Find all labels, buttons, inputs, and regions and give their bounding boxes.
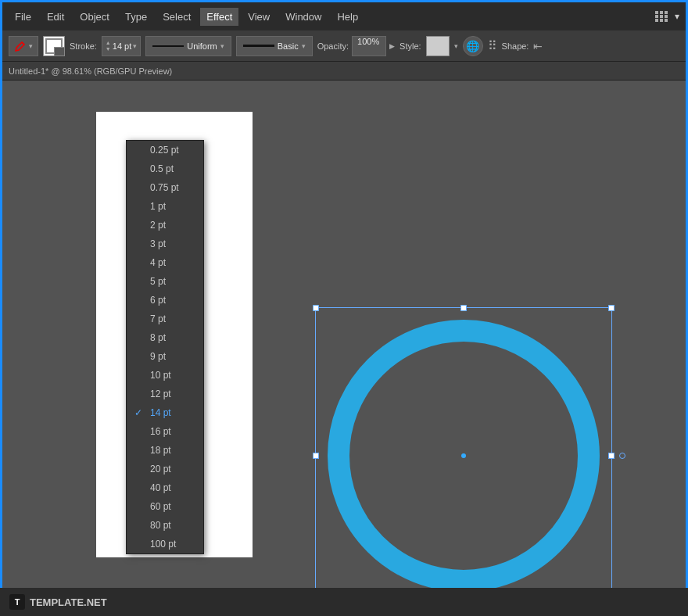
opacity-value[interactable]: 100% xyxy=(352,36,386,56)
dropdown-item-10[interactable]: 10 pt xyxy=(127,366,203,385)
stroke-dropdown-arrow[interactable]: ▾ xyxy=(133,42,137,50)
basic-label: Basic xyxy=(278,41,299,51)
dropdown-item-16[interactable]: 16 pt xyxy=(127,422,203,441)
brand-name: TEMPLATE.NET xyxy=(30,596,107,608)
style-label: Style: xyxy=(400,41,421,51)
dropdown-item-0.25[interactable]: 0.25 pt xyxy=(127,141,203,159)
center-dot xyxy=(461,453,466,458)
toolbar: ▾ Stroke: ▲ ▼ 14 pt ▾ Uniform ▾ Basic ▾ … xyxy=(2,30,686,62)
stroke-size-dropdown: 0.25 pt 0.5 pt 0.75 pt 1 pt 2 pt 3 pt 4 … xyxy=(126,140,204,554)
menu-effect[interactable]: Effect xyxy=(200,8,238,26)
handle-circle-right[interactable] xyxy=(619,453,625,459)
opacity-field: Opacity: 100% ▶ xyxy=(317,36,395,56)
template-logo: T TEMPLATE.NET xyxy=(9,594,107,610)
dropdown-item-6[interactable]: 6 pt xyxy=(127,291,203,310)
dropdown-item-0.5[interactable]: 0.5 pt xyxy=(127,159,203,178)
dropdown-item-1[interactable]: 1 pt xyxy=(127,197,203,216)
dropdown-item-20[interactable]: 20 pt xyxy=(127,460,203,478)
opacity-label: Opacity: xyxy=(317,41,349,51)
line-preview-thick xyxy=(243,45,274,47)
uniform-label: Uniform xyxy=(187,41,217,51)
arrange-dots-icon[interactable]: ⠿ xyxy=(488,38,497,53)
stroke-size-value: 14 pt xyxy=(113,41,131,51)
handle-top-center[interactable] xyxy=(460,305,467,311)
handle-middle-right[interactable] xyxy=(608,453,615,459)
dropdown-item-14[interactable]: 14 pt xyxy=(127,403,203,422)
pen-tool-button[interactable]: ▾ xyxy=(9,36,38,56)
dropdown-item-100[interactable]: 100 pt xyxy=(127,535,203,553)
dropdown-item-8[interactable]: 8 pt xyxy=(127,328,203,347)
chevron-down-icon: ▾ xyxy=(675,11,679,22)
dropdown-item-60[interactable]: 60 pt xyxy=(127,497,203,516)
dropdown-item-7[interactable]: 7 pt xyxy=(127,310,203,328)
status-bar: Untitled-1* @ 98.61% (RGB/GPU Preview) xyxy=(2,62,686,81)
dropdown-item-12[interactable]: 12 pt xyxy=(127,385,203,403)
handle-top-right[interactable] xyxy=(608,305,615,311)
svg-line-1 xyxy=(22,42,24,45)
dropdown-item-18[interactable]: 18 pt xyxy=(127,441,203,460)
uniform-arrow: ▾ xyxy=(220,42,224,50)
bottom-bar: T TEMPLATE.NET xyxy=(0,588,688,616)
menu-select[interactable]: Select xyxy=(156,8,197,26)
stroke-down-arrow[interactable]: ▼ xyxy=(106,46,111,52)
pen-icon xyxy=(14,40,27,52)
menu-view[interactable]: View xyxy=(242,8,276,26)
style-swatch[interactable] xyxy=(426,36,450,56)
menu-edit[interactable]: Edit xyxy=(41,8,70,26)
stroke-size-field[interactable]: ▲ ▼ 14 pt ▾ xyxy=(102,36,141,56)
menu-type[interactable]: Type xyxy=(119,8,153,26)
document-status: Untitled-1* @ 98.61% (RGB/GPU Preview) xyxy=(9,66,172,76)
logo-icon: T xyxy=(9,594,25,610)
basic-arrow: ▾ xyxy=(302,42,306,50)
uniform-dropdown[interactable]: Uniform ▾ xyxy=(145,36,231,56)
dropdown-item-40[interactable]: 40 pt xyxy=(127,478,203,497)
selection-box xyxy=(315,307,612,590)
stroke-size-arrows[interactable]: ▲ ▼ xyxy=(106,40,111,52)
dropdown-item-4[interactable]: 4 pt xyxy=(127,253,203,272)
circle-container xyxy=(315,307,612,590)
workspace-grid-icon xyxy=(655,11,668,22)
dropdown-item-5[interactable]: 5 pt xyxy=(127,272,203,291)
handle-middle-left[interactable] xyxy=(313,453,319,459)
basic-dropdown[interactable]: Basic ▾ xyxy=(236,36,313,56)
workspace-switcher[interactable]: ▾ xyxy=(655,11,679,22)
menu-bar: File Edit Object Type Select Effect View… xyxy=(2,2,686,30)
opacity-arrow[interactable]: ▶ xyxy=(389,42,395,50)
fill-swatch[interactable] xyxy=(43,36,65,56)
menu-help[interactable]: Help xyxy=(331,8,364,26)
globe-button[interactable]: 🌐 xyxy=(463,36,483,56)
canvas-area: 0.25 pt 0.5 pt 0.75 pt 1 pt 2 pt 3 pt 4 … xyxy=(2,81,686,590)
line-preview xyxy=(152,45,184,47)
dropdown-item-9[interactable]: 9 pt xyxy=(127,347,203,366)
shape-label: Shape: xyxy=(502,41,529,51)
menu-object[interactable]: Object xyxy=(73,8,116,26)
main-area: 0.25 pt 0.5 pt 0.75 pt 1 pt 2 pt 3 pt 4 … xyxy=(2,81,686,590)
stroke-label: Stroke: xyxy=(70,41,97,51)
dropdown-item-80[interactable]: 80 pt xyxy=(127,516,203,535)
dropdown-item-0.75[interactable]: 0.75 pt xyxy=(127,178,203,197)
pen-tool-arrow: ▾ xyxy=(29,42,33,50)
dropdown-item-3[interactable]: 3 pt xyxy=(127,235,203,253)
stroke-up-arrow[interactable]: ▲ xyxy=(106,40,111,45)
menu-window[interactable]: Window xyxy=(279,8,328,26)
menu-file[interactable]: File xyxy=(9,8,38,26)
handle-top-left[interactable] xyxy=(313,305,319,311)
style-arrow[interactable]: ▾ xyxy=(454,42,458,50)
dropdown-item-2[interactable]: 2 pt xyxy=(127,216,203,235)
shape-end-icon[interactable]: ⇤ xyxy=(533,40,543,52)
